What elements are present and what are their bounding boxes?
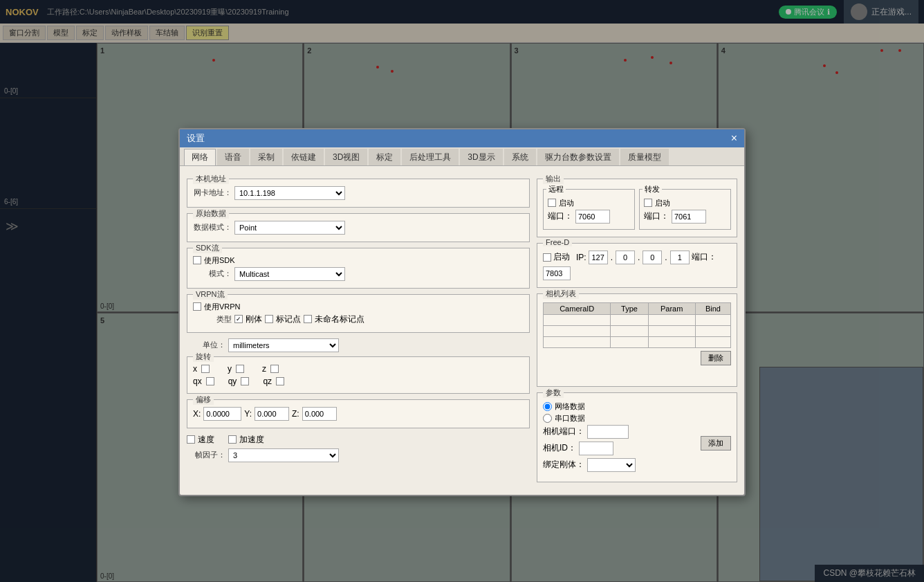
meeting-dot <box>786 9 791 15</box>
freed-row: 启动 IP: . . . 端口： <box>543 251 731 280</box>
relay-port-input[interactable] <box>672 210 706 224</box>
cam-num-3: 3 <box>515 46 519 55</box>
unit-label: 单位： <box>187 340 225 350</box>
freed-port-input[interactable] <box>543 266 571 280</box>
axis-qy-checkbox[interactable] <box>241 377 249 385</box>
speed-label: 速度 <box>198 434 214 446</box>
axis-x-checkbox[interactable] <box>201 365 210 373</box>
delete-button[interactable]: 删除 <box>701 351 731 365</box>
sdk-title: SDK流 <box>193 243 222 253</box>
freed-ip-label: IP: <box>576 253 586 262</box>
vrpn-type-row: 类型 刚体 标记点 未命名标记点 <box>193 313 524 325</box>
unit-row: 单位： millimeters <box>187 338 530 352</box>
window-split-button[interactable]: 窗口分割 <box>3 26 46 40</box>
remote-start-checkbox[interactable] <box>548 199 556 207</box>
axis-qx-checkbox[interactable] <box>206 377 214 385</box>
translation-section: 偏移 X: Y: Z: <box>187 399 530 428</box>
dialog-right: 输出 远程 启动 端口： <box>537 173 737 488</box>
speed-row: 速度 加速度 <box>187 434 530 446</box>
translation-row: X: Y: Z: <box>193 407 524 421</box>
model-button[interactable]: 模型 <box>47 26 75 40</box>
cam-num-2: 2 <box>307 46 311 55</box>
use-vrpn-checkbox[interactable] <box>193 302 201 311</box>
tab-drive[interactable]: 驱力台数参数设置 <box>537 149 619 165</box>
cam2-dot2 <box>391 70 394 73</box>
tab-network[interactable]: 网络 <box>184 149 216 165</box>
speed-checkbox[interactable] <box>187 435 195 444</box>
tab-sampling[interactable]: 采制 <box>250 149 282 165</box>
trans-z-input[interactable] <box>302 407 337 421</box>
relay-start-label: 启动 <box>655 198 670 208</box>
tab-chain[interactable]: 依链建 <box>284 149 324 165</box>
user-status: 正在游戏... <box>871 6 912 18</box>
sidebar-label-2: 6-[6] <box>0 195 96 209</box>
serial-data-radio[interactable] <box>543 414 552 423</box>
netcard-select[interactable]: 10.1.1.198 <box>234 186 345 200</box>
table-row <box>544 314 731 325</box>
freed-ip1[interactable] <box>589 251 608 264</box>
id-reset-button[interactable]: 识别重置 <box>186 26 229 40</box>
binding-select[interactable] <box>587 458 636 472</box>
cam2-dot1 <box>376 66 379 69</box>
use-sdk-checkbox[interactable] <box>193 256 201 264</box>
type-marker-checkbox[interactable] <box>265 315 273 323</box>
datamode-select[interactable]: Point <box>234 221 345 235</box>
dialog-titlebar: 设置 × <box>180 129 744 147</box>
freed-start-checkbox[interactable] <box>543 253 551 262</box>
unit-select[interactable]: millimeters <box>228 338 339 352</box>
trans-y-input[interactable] <box>255 407 289 421</box>
output-section: 输出 远程 启动 端口： <box>537 179 737 237</box>
add-button[interactable]: 添加 <box>701 436 731 451</box>
tab-system[interactable]: 系统 <box>504 149 536 165</box>
net-data-radio[interactable] <box>543 402 552 411</box>
remote-port-input[interactable] <box>575 210 610 224</box>
trans-x-input[interactable] <box>203 407 241 421</box>
accel-label: 加速度 <box>239 434 264 446</box>
cam-port-input[interactable] <box>587 425 629 439</box>
remote-title: 远程 <box>546 184 566 194</box>
stream-title: 参数 <box>543 388 564 398</box>
meeting-button[interactable]: 腾讯会议 ℹ <box>779 6 837 19</box>
freed-ip4[interactable] <box>670 251 690 264</box>
tab-3ddisplay[interactable]: 3D显示 <box>460 149 502 165</box>
settings-dialog[interactable]: 设置 × 网络 语音 采制 依链建 3D视图 标定 后处理工具 3D显示 系统 … <box>178 128 746 496</box>
cam3-dot2 <box>651 56 654 59</box>
freed-ip2[interactable] <box>616 251 635 264</box>
dialog-close-button[interactable]: × <box>731 132 737 145</box>
factor-select[interactable]: 3 <box>228 448 339 462</box>
freed-ip3[interactable] <box>643 251 662 264</box>
axis-qz-checkbox[interactable] <box>276 377 284 385</box>
tab-postprocess[interactable]: 后处理工具 <box>402 149 459 165</box>
ip-dot-1: . <box>610 253 613 262</box>
binding-label: 绑定刚体： <box>543 459 584 471</box>
use-sdk-row: 使用SDK <box>193 255 524 266</box>
cam3-dot3 <box>669 62 672 64</box>
tab-calibrate[interactable]: 标定 <box>369 149 400 165</box>
translation-title: 偏移 <box>193 394 214 405</box>
relay-start-row: 启动 <box>644 198 726 208</box>
table-row <box>544 336 731 347</box>
cam-id-input[interactable] <box>579 442 613 455</box>
sdk-mode-select[interactable]: Multicast <box>234 267 345 281</box>
net-data-label: 网络数据 <box>555 401 585 412</box>
tab-quality[interactable]: 质量模型 <box>620 149 669 165</box>
sidebar-label-1: 0-[0] <box>0 84 96 98</box>
tab-3dview[interactable]: 3D视图 <box>325 149 367 165</box>
tab-voice[interactable]: 语音 <box>217 149 249 165</box>
col-type: Type <box>611 302 648 314</box>
motion-template-button[interactable]: 动作样板 <box>105 26 148 40</box>
type-rigidbody-checkbox[interactable] <box>234 315 243 323</box>
car-axis-button[interactable]: 车结轴 <box>149 26 185 40</box>
cam-num-5: 5 <box>100 316 104 325</box>
relay-subsection: 转发 启动 端口： <box>639 189 731 230</box>
type-unnamed-checkbox[interactable] <box>304 315 312 323</box>
factor-row: 帧因子： 3 <box>187 448 530 462</box>
accel-checkbox[interactable] <box>228 435 237 444</box>
axis-row2: qx qy qz <box>193 376 524 386</box>
axis-y-checkbox[interactable] <box>236 365 244 373</box>
calibrate-button[interactable]: 标定 <box>76 26 104 40</box>
cam-label-1: 0-[0] <box>100 302 114 310</box>
sidebar-arrow: ≫ <box>0 216 96 237</box>
relay-start-checkbox[interactable] <box>644 199 652 207</box>
axis-z-checkbox[interactable] <box>270 365 279 373</box>
